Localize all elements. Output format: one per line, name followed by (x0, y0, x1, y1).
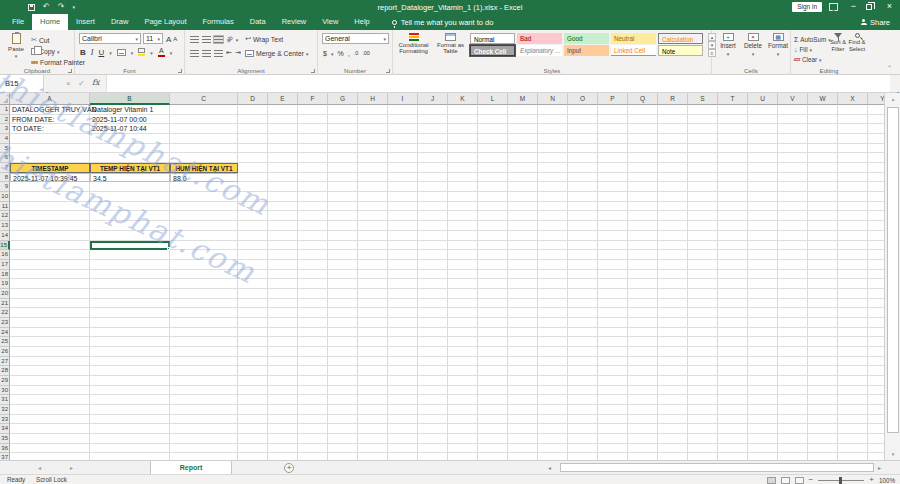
row-header-19[interactable]: 19 (0, 279, 10, 289)
collapse-ribbon-icon[interactable]: ⌃ (887, 64, 892, 71)
borders-icon[interactable] (117, 49, 126, 56)
row-header-4[interactable]: 4 (0, 134, 10, 144)
underline-options-icon[interactable] (109, 49, 112, 56)
font-family-select[interactable]: Calibri (79, 33, 141, 44)
fill-color-options-icon[interactable] (150, 49, 153, 56)
zoom-slider[interactable] (818, 477, 864, 484)
row-header-36[interactable]: 36 (0, 444, 10, 454)
cell-b8[interactable]: 34.5 (90, 173, 170, 183)
merge-center-button[interactable]: Merge & Center (245, 48, 309, 58)
conditional-formatting-button[interactable]: Conditional Formatting (395, 33, 432, 54)
row-header-14[interactable]: 14 (0, 231, 10, 241)
row-header-10[interactable]: 10 (0, 192, 10, 202)
format-cells-button[interactable]: ▦ Format (766, 33, 790, 57)
style-chip-neutral[interactable]: Neutral (611, 33, 656, 44)
previous-sheet-icon[interactable] (38, 464, 41, 471)
italic-button[interactable]: I (91, 48, 94, 57)
column-header-e[interactable]: E (268, 93, 298, 105)
column-header-r[interactable]: R (658, 93, 688, 105)
save-icon[interactable] (28, 4, 35, 11)
grow-font-button[interactable]: AA (166, 34, 177, 44)
horizontal-scroll-thumb[interactable] (560, 463, 874, 472)
style-chip-input[interactable]: Input (564, 45, 609, 56)
row-header-26[interactable]: 26 (0, 347, 10, 357)
clear-button[interactable]: Clear (794, 54, 822, 64)
vertical-scrollbar[interactable] (884, 93, 900, 460)
accounting-options-icon[interactable] (331, 50, 334, 57)
row-header-21[interactable]: 21 (0, 299, 10, 309)
bold-button[interactable]: B (80, 48, 86, 57)
row-header-27[interactable]: 27 (0, 357, 10, 367)
tab-view[interactable]: View (314, 14, 346, 30)
vertical-scroll-thumb[interactable] (887, 107, 899, 433)
hscroll-right-icon[interactable] (878, 464, 881, 471)
fill-handle[interactable] (167, 247, 170, 250)
cell-a3[interactable]: TO DATE: (10, 124, 90, 134)
tab-file[interactable]: File (4, 14, 32, 30)
row-header-30[interactable]: 30 (0, 386, 10, 396)
increase-indent-icon[interactable] (235, 49, 241, 57)
alignment-dialog-launcher[interactable] (311, 69, 315, 73)
middle-align-icon[interactable] (202, 36, 211, 43)
font-dialog-launcher[interactable] (178, 69, 182, 73)
page-layout-view-button[interactable] (781, 477, 790, 484)
row-header-20[interactable]: 20 (0, 289, 10, 299)
style-chip-check-cell[interactable]: Check Cell (470, 45, 515, 56)
row-header-11[interactable]: 11 (0, 202, 10, 212)
column-header-i[interactable]: I (388, 93, 418, 105)
accounting-format-button[interactable]: $ (323, 50, 327, 57)
column-header-n[interactable]: N (538, 93, 568, 105)
fill-color-button[interactable] (138, 48, 145, 56)
percent-style-button[interactable]: % (337, 50, 343, 57)
cell-a7[interactable]: TIMESTAMP (10, 163, 90, 173)
row-header-22[interactable]: 22 (0, 308, 10, 318)
top-align-icon[interactable] (190, 36, 199, 43)
name-box[interactable]: B15 (0, 75, 44, 92)
underline-button[interactable]: U (98, 48, 104, 57)
tab-help[interactable]: Help (346, 14, 377, 30)
row-header-16[interactable]: 16 (0, 250, 10, 260)
zoom-level[interactable]: 100% (879, 477, 895, 484)
style-chip-calculation[interactable]: Calculation (658, 33, 703, 44)
row-header-8[interactable]: 8 (0, 173, 10, 183)
column-header-k[interactable]: K (448, 93, 478, 105)
tab-review[interactable]: Review (274, 14, 315, 30)
bottom-align-icon[interactable] (214, 36, 223, 43)
column-header-g[interactable]: G (328, 93, 358, 105)
borders-options-icon[interactable] (131, 49, 134, 56)
formula-input[interactable] (106, 75, 890, 92)
redo-icon[interactable] (58, 3, 65, 11)
row-header-33[interactable]: 33 (0, 415, 10, 425)
increase-decimal-button[interactable]: .0 (354, 50, 359, 56)
fill-button[interactable]: Fill (794, 44, 812, 54)
cut-button[interactable]: Cut (31, 35, 49, 45)
scroll-down-icon[interactable] (886, 448, 900, 460)
sign-in-button[interactable]: Sign in (792, 2, 822, 12)
tell-me-box[interactable]: Tell me what you want to do (392, 14, 494, 30)
zoom-in-button[interactable]: + (869, 476, 874, 484)
row-header-25[interactable]: 25 (0, 337, 10, 347)
row-header-5[interactable]: 5 (0, 144, 10, 154)
shrink-font-icon[interactable]: A (173, 36, 177, 42)
number-dialog-launcher[interactable] (386, 69, 390, 73)
column-header-l[interactable]: L (478, 93, 508, 105)
row-header-15[interactable]: 15 (0, 241, 10, 251)
cell-c7[interactable]: HUM HIỆN TẠI VT1 (170, 163, 238, 173)
insert-cells-button[interactable]: + Insert (716, 33, 740, 57)
clipboard-dialog-launcher[interactable] (68, 69, 72, 73)
new-sheet-button[interactable]: + (284, 463, 294, 473)
share-button[interactable]: Share (861, 14, 900, 30)
row-header-17[interactable]: 17 (0, 260, 10, 270)
format-as-table-button[interactable]: Format as Table (434, 33, 467, 54)
ribbon-display-options-icon[interactable] (829, 3, 838, 11)
column-header-b[interactable]: B (90, 93, 170, 105)
row-header-18[interactable]: 18 (0, 270, 10, 280)
row-header-3[interactable]: 3 (0, 124, 10, 134)
column-header-j[interactable]: J (418, 93, 448, 105)
style-chip-linked-cell[interactable]: Linked Cell (611, 45, 656, 56)
column-header-q[interactable]: Q (628, 93, 658, 105)
cell-b7[interactable]: TEMP HIỆN TẠI VT1 (90, 163, 170, 173)
column-header-a[interactable]: A (10, 93, 90, 105)
row-header-28[interactable]: 28 (0, 366, 10, 376)
column-header-w[interactable]: W (808, 93, 838, 105)
